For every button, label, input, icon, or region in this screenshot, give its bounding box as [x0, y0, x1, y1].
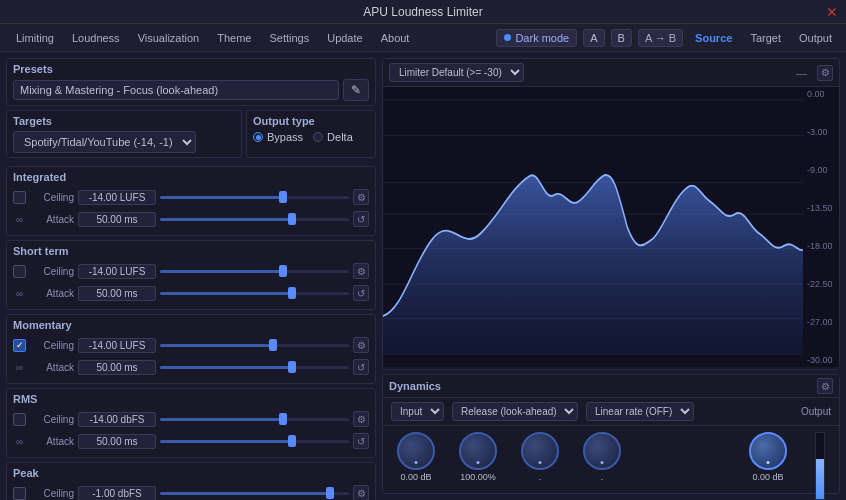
output-type-radio-group: Bypass Delta: [253, 131, 369, 143]
grid-label-1: -3.00: [807, 127, 835, 137]
dynamics-gear-button[interactable]: ⚙: [817, 378, 833, 394]
short-term-attack-value[interactable]: 50.00 ms: [78, 286, 156, 301]
integrated-ceiling-value[interactable]: -14.00 LUFS: [78, 190, 156, 205]
knob-3[interactable]: [521, 432, 559, 470]
integrated-ceiling-label: Ceiling: [26, 192, 74, 203]
integrated-section: Integrated Ceiling -14.00 LUFS ⚙ ∞ Attac…: [6, 166, 376, 236]
peak-ceiling-value[interactable]: -1.00 dbFS: [78, 486, 156, 501]
rms-attack-slider[interactable]: [160, 434, 349, 448]
menu-visualization[interactable]: Visualization: [130, 29, 208, 47]
dynamics-output-label: Output: [801, 406, 831, 417]
release-knob[interactable]: [459, 432, 497, 470]
presets-title: Presets: [13, 63, 369, 75]
release-knob-group: 100.00%: [459, 432, 497, 482]
integrated-attack-value[interactable]: 50.00 ms: [78, 212, 156, 227]
peak-checkbox[interactable]: [13, 487, 26, 500]
short-term-reset-button[interactable]: ↺: [353, 285, 369, 301]
viz-grid-labels: 0.00 -3.00 -9.00 -13.50 -18.00 -22.50 -2…: [803, 87, 839, 367]
momentary-ceiling-value[interactable]: -14.00 LUFS: [78, 338, 156, 353]
preset-select[interactable]: Mixing & Mastering - Focus (look-ahead): [13, 80, 339, 100]
ab-a-button[interactable]: A: [583, 29, 604, 47]
integrated-attack-row: ∞ Attack 50.00 ms ↺: [13, 209, 369, 229]
target-button[interactable]: Target: [744, 30, 787, 46]
menu-loudness[interactable]: Loudness: [64, 29, 128, 47]
momentary-gear-button[interactable]: ⚙: [353, 337, 369, 353]
momentary-checkbox[interactable]: [13, 339, 26, 352]
main-content: Presets Mixing & Mastering - Focus (look…: [0, 52, 846, 500]
close-button[interactable]: ✕: [826, 4, 838, 20]
limiter-gear-button[interactable]: ⚙: [817, 65, 833, 81]
menu-theme[interactable]: Theme: [209, 29, 259, 47]
grid-label-5: -22.50: [807, 279, 835, 289]
grid-label-7: -30.00: [807, 355, 835, 365]
menu-update[interactable]: Update: [319, 29, 370, 47]
output-knob[interactable]: [749, 432, 787, 470]
source-button[interactable]: Source: [689, 30, 738, 46]
dynamics-input-select[interactable]: Input: [391, 402, 444, 421]
menu-about[interactable]: About: [373, 29, 418, 47]
rms-reset-button[interactable]: ↺: [353, 433, 369, 449]
peak-ceiling-slider[interactable]: [160, 486, 349, 500]
input-knob[interactable]: [397, 432, 435, 470]
knob-4[interactable]: [583, 432, 621, 470]
dynamics-release-select[interactable]: Release (look-ahead): [452, 402, 578, 421]
peak-gear-button[interactable]: ⚙: [353, 485, 369, 500]
integrated-reset-button[interactable]: ↺: [353, 211, 369, 227]
release-knob-value: 100.00%: [460, 472, 496, 482]
short-term-attack-slider[interactable]: [160, 286, 349, 300]
dynamics-rate-select[interactable]: Linear rate (OFF): [586, 402, 694, 421]
grid-label-3: -13.50: [807, 203, 835, 213]
preset-edit-button[interactable]: ✎: [343, 79, 369, 101]
ab-b-button[interactable]: B: [611, 29, 632, 47]
dark-mode-indicator: [504, 34, 511, 41]
rms-attack-value[interactable]: 50.00 ms: [78, 434, 156, 449]
short-term-ceiling-slider[interactable]: [160, 264, 349, 278]
rms-checkbox[interactable]: [13, 413, 26, 426]
limiter-preset-select[interactable]: Limiter Default (>= -30): [389, 63, 524, 82]
integrated-checkbox[interactable]: [13, 191, 26, 204]
menu-settings[interactable]: Settings: [261, 29, 317, 47]
limiter-minus-icon[interactable]: —: [796, 67, 807, 79]
peak-ceiling-label: Ceiling: [26, 488, 74, 499]
left-panel: Presets Mixing & Mastering - Focus (look…: [6, 58, 376, 494]
top-row: Targets Spotify/Tidal/YouTube (-14, -1) …: [6, 110, 376, 158]
rms-ceiling-value[interactable]: -14.00 dbFS: [78, 412, 156, 427]
ab-arrow-button[interactable]: A → B: [638, 29, 683, 47]
rms-ceiling-slider[interactable]: [160, 412, 349, 426]
integrated-attack-slider[interactable]: [160, 212, 349, 226]
title-bar: APU Loudness Limiter ✕: [0, 0, 846, 24]
rms-gear-button[interactable]: ⚙: [353, 411, 369, 427]
dark-mode-button[interactable]: Dark mode: [496, 29, 577, 47]
dynamics-section: Dynamics ⚙ Input Release (look-ahead) Li…: [382, 374, 840, 494]
grid-label-0: 0.00: [807, 89, 835, 99]
delta-radio[interactable]: Delta: [313, 131, 353, 143]
momentary-ceiling-label: Ceiling: [26, 340, 74, 351]
presets-row: Mixing & Mastering - Focus (look-ahead) …: [13, 79, 369, 101]
knob-group-4: .: [583, 432, 621, 482]
level-bar: [815, 432, 825, 500]
level-bar-container: [815, 432, 825, 500]
integrated-ceiling-row: Ceiling -14.00 LUFS ⚙: [13, 187, 369, 207]
output-button[interactable]: Output: [793, 30, 838, 46]
bypass-radio[interactable]: Bypass: [253, 131, 303, 143]
momentary-reset-button[interactable]: ↺: [353, 359, 369, 375]
short-term-section: Short term Ceiling -14.00 LUFS ⚙ ∞ Attac…: [6, 240, 376, 310]
output-knob-value: 0.00 dB: [752, 472, 783, 482]
momentary-ceiling-slider[interactable]: [160, 338, 349, 352]
integrated-link-icon: ∞: [13, 213, 26, 226]
momentary-section: Momentary Ceiling -14.00 LUFS ⚙ ∞ Attack…: [6, 314, 376, 384]
short-term-ceiling-label: Ceiling: [26, 266, 74, 277]
dynamics-title: Dynamics: [389, 380, 441, 392]
integrated-gear-button[interactable]: ⚙: [353, 189, 369, 205]
delta-radio-dot: [313, 132, 323, 142]
momentary-attack-slider[interactable]: [160, 360, 349, 374]
targets-section: Targets Spotify/Tidal/YouTube (-14, -1): [6, 110, 242, 158]
short-term-gear-button[interactable]: ⚙: [353, 263, 369, 279]
menu-limiting[interactable]: Limiting: [8, 29, 62, 47]
delta-label: Delta: [327, 131, 353, 143]
target-select[interactable]: Spotify/Tidal/YouTube (-14, -1): [13, 131, 196, 153]
integrated-ceiling-slider[interactable]: [160, 190, 349, 204]
momentary-attack-value[interactable]: 50.00 ms: [78, 360, 156, 375]
short-term-checkbox[interactable]: [13, 265, 26, 278]
short-term-ceiling-value[interactable]: -14.00 LUFS: [78, 264, 156, 279]
